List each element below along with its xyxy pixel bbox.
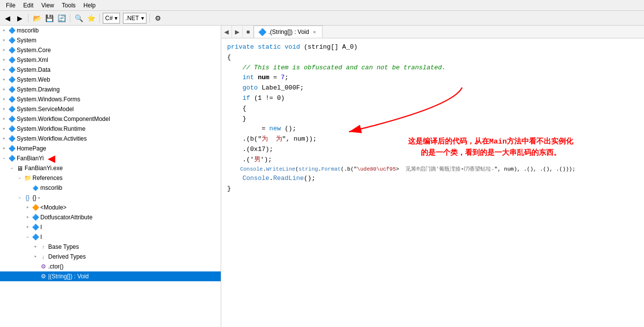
separator-1 [28,14,29,23]
menu-file[interactable]: File [2,1,19,10]
assembly-tree-panel: + 🔷 mscorlib + 🔷 System + 🔷 System.Core … [0,26,221,327]
tree-label-dotf: DotfuscatorAttribute [40,214,92,221]
assembly-icon-core: 🔷 [8,46,16,54]
menu-edit[interactable]: Edit [19,1,37,10]
tree-item-workflow-activities[interactable]: + 🔷 System.Workflow.Activities [0,134,221,144]
save-button[interactable]: 💾 [44,13,55,24]
refs-icon: 📁 [24,174,31,182]
tree-item-system-web[interactable]: + 🔷 System.Web [0,75,221,85]
language-label: C# [105,15,113,22]
tree-item-workflow-runtime[interactable]: + 🔷 System.Workflow.Runtime [0,124,221,134]
derivedtypes-icon: ↓ [39,253,47,261]
assembly-icon-data: 🔷 [8,66,16,74]
settings-button[interactable]: ⚙ [153,13,164,24]
tree-label-hp: HomePage [17,145,46,152]
method-icon-ctor: ⚙ [39,263,47,270]
framework-dropdown[interactable]: .NET ▾ [123,13,146,24]
code-line-14: Console.ReadLine(); [227,174,638,184]
tree-item-string-void[interactable]: + ⚙ |(String[]) : Void [0,271,221,281]
arrow-svg [447,88,521,147]
code-tab[interactable]: 🔷 .(String[]) : Void × [254,26,322,38]
tree-item-ns[interactable]: − {} {} - [0,193,221,203]
tree-item-base-types[interactable]: + ↑ Base Types [0,242,221,252]
menu-help[interactable]: Help [80,1,100,10]
toggle-bt: + [31,243,39,251]
tree-label-system-drawing: System.Drawing [17,86,59,93]
toggle-wr: + [0,125,8,133]
tree-item-fanbian[interactable]: − 🔷 FanBianYi ◀ [0,153,221,163]
tree-label-c2: I [40,234,42,240]
back-button[interactable]: ◀ [2,13,13,24]
tree-item-system-data[interactable]: + 🔷 System.Data [0,65,221,75]
tree-item-class2[interactable]: − 🔷 I [0,232,221,242]
toggle-module: + [24,204,31,211]
tree-label-msc-ref: mscorlib [40,184,62,191]
tree-label-ns: {} - [32,194,40,201]
toggle-servicemodel: + [0,105,8,113]
code-line-2: { [227,53,638,63]
forward-nav-button[interactable]: ▶ [232,26,243,38]
back-nav-button[interactable]: ◀ [221,26,232,38]
refresh-button[interactable]: 🔄 [56,13,67,24]
toggle-c1: + [24,223,31,231]
tree-label-wcm: System.Workflow.ComponentModel [17,116,110,122]
tree-item-servicemodel[interactable]: + 🔷 System.ServiceModel [0,104,221,114]
toggle-mscorlib: + [0,27,8,34]
menu-view[interactable]: View [37,1,58,10]
tree-label-exe: FanBianYi.exe [25,165,63,172]
code-line-1: private static void (string[] A_0) [227,42,638,53]
separator-3 [99,14,100,23]
tree-item-workflow-cm[interactable]: + 🔷 System.Workflow.ComponentModel [0,114,221,124]
tree-item-mscorlib-ref[interactable]: + 🔷 mscorlib [0,183,221,193]
forward-button[interactable]: ▶ [14,13,25,24]
toggle-system: + [0,36,8,44]
tree-item-mscorlib[interactable]: + 🔷 mscorlib [0,26,221,35]
tree-label-module: <Module> [40,204,66,211]
bookmark-button[interactable]: ⭐ [86,13,96,24]
toggle-exe: − [8,164,16,172]
toggle-hp: + [0,145,8,152]
tree-item-system-drawing[interactable]: + 🔷 System.Drawing [0,85,221,94]
main-layout: + 🔷 mscorlib + 🔷 System + 🔷 System.Core … [0,26,644,327]
menu-tools[interactable]: Tools [58,1,80,10]
code-line-15: } [227,184,638,194]
search-button[interactable]: 🔍 [73,13,84,24]
framework-label: .NET [125,15,139,22]
tree-item-system-core[interactable]: + 🔷 System.Core [0,45,221,55]
tree-item-system[interactable]: + 🔷 System [0,35,221,45]
tree-item-class1[interactable]: + 🔷 I [0,222,221,232]
tree-label-c1: I [40,224,42,231]
code-line-13: Console.WriteLine(string.Format(.b("\ude… [227,165,638,174]
tab-close-button[interactable]: × [311,29,318,35]
tree-label-system-data: System.Data [17,66,51,73]
toggle-refs: − [16,174,24,182]
toggle-swf: + [0,95,8,103]
tree-item-exe[interactable]: − 🖥 FanBianYi.exe [0,163,221,173]
assembly-icon-swf: 🔷 [8,95,16,103]
code-line-6: if (1 != 0) [227,93,638,104]
code-line-4: int num = 7; [227,73,638,83]
method-icon-sv: ⚙ [39,272,47,280]
tree-item-system-xml[interactable]: + 🔷 System.Xml [0,55,221,65]
tree-item-references[interactable]: − 📁 References [0,173,221,183]
tree-item-homepage[interactable]: + 🔷 HomePage [0,144,221,153]
code-line-5: goto Label_000F; [227,83,638,93]
tree-item-module[interactable]: + 🔶 <Module> [0,203,221,212]
tree-item-system-windows-forms[interactable]: + 🔷 System.Windows.Forms [0,94,221,104]
tree-item-dotfuscator[interactable]: + 🔷 DotfuscatorAttribute [0,212,221,222]
tree-label-system-xml: System.Xml [17,57,48,63]
tree-label-system: System [17,37,36,44]
code-area[interactable]: private static void (string[] A_0) { // … [221,38,644,327]
language-dropdown[interactable]: C# ▾ [103,13,120,24]
tree-item-derived-types[interactable]: + ↓ Derived Types [0,252,221,262]
assembly-ref-icon: 🔷 [31,184,39,192]
code-line-8: } [227,114,638,124]
tree-item-ctor[interactable]: + ⚙ .ctor() [0,262,221,271]
toggle-system-xml: + [0,56,8,64]
tab-icon: 🔷 [258,28,266,36]
stop-nav-button[interactable]: ■ [243,26,254,38]
toggle-dt: + [31,253,39,261]
class-icon-dotf: 🔷 [31,213,39,221]
open-button[interactable]: 📂 [31,13,42,24]
tree-label-swf: System.Windows.Forms [17,96,80,103]
